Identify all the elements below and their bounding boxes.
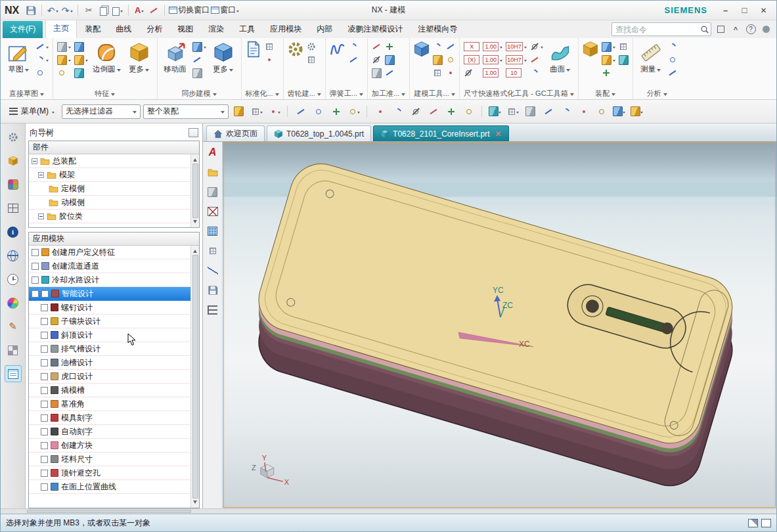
group-label-spring[interactable]: 弹簧工...	[326, 88, 367, 99]
snap-tangent-button[interactable]	[408, 104, 423, 120]
module-row-oil-groove[interactable]: 油槽设计	[29, 356, 190, 370]
spring-compress-button[interactable]	[348, 41, 359, 53]
view-cube-button[interactable]	[611, 104, 627, 120]
redo-button[interactable]	[60, 3, 74, 18]
group-label-machining[interactable]: 加工准...	[368, 88, 409, 99]
expander-icon[interactable]	[38, 172, 44, 178]
cut-button[interactable]	[82, 3, 95, 18]
command-finder-input[interactable]	[612, 25, 699, 34]
module-checkbox[interactable]	[41, 332, 48, 339]
sketch-circle-button[interactable]	[35, 67, 49, 79]
module-row-udf[interactable]: 创建用户定义特征	[29, 246, 190, 259]
assembly-navigator-icon[interactable]	[5, 152, 22, 169]
module-checkbox[interactable]	[41, 442, 48, 449]
snap-pole-button[interactable]	[426, 104, 441, 120]
user-status-icon[interactable]	[760, 24, 772, 35]
feature-more-button[interactable]: 更多	[125, 41, 154, 76]
face-prep-button[interactable]	[384, 54, 395, 66]
module-checkbox[interactable]	[41, 456, 48, 463]
module-checkbox[interactable]	[41, 483, 48, 491]
3d-scene[interactable]: YC ZC XC X Y Z	[223, 142, 776, 508]
scroll-up-icon[interactable]	[193, 248, 197, 253]
tab-mold-wizard[interactable]: 注塑模向导	[411, 21, 464, 38]
module-row-datum-corner[interactable]: 基准角	[29, 397, 190, 411]
close-view-icon[interactable]	[206, 204, 220, 219]
spring-extend-button[interactable]	[348, 54, 359, 66]
undo-button[interactable]	[46, 3, 59, 18]
search-icon[interactable]	[699, 24, 711, 35]
move-face-button[interactable]: 移动面	[161, 41, 190, 76]
slot-tool-button[interactable]	[445, 41, 456, 53]
dim-format-button-1[interactable]: 1.00	[482, 41, 503, 53]
mill-prep-button[interactable]	[371, 41, 382, 53]
move-component-button[interactable]	[601, 54, 616, 66]
tab-analysis[interactable]: 分析	[139, 21, 169, 38]
pull-face-button[interactable]	[192, 41, 207, 53]
switch-window-button[interactable]: 切换窗口	[169, 3, 210, 18]
part-row-plastic-group[interactable]: 胶位类	[29, 210, 190, 223]
mirror-body-button[interactable]	[432, 67, 443, 79]
drill-prep-button[interactable]	[371, 54, 382, 66]
hole-button[interactable]	[56, 67, 72, 79]
tab-welcome-page[interactable]: 欢迎页面	[206, 125, 265, 141]
group-label-assemblies[interactable]: 装配	[579, 88, 633, 99]
snap-point-button[interactable]	[372, 104, 388, 120]
maximize-button[interactable]	[736, 3, 753, 17]
snap-endpoint-button[interactable]	[293, 104, 308, 120]
paste-button[interactable]	[111, 3, 124, 18]
snap-intersection-button[interactable]	[328, 104, 344, 120]
slash-symbol-button[interactable]	[529, 54, 544, 66]
gear-modeling-icon[interactable]	[287, 41, 304, 58]
palette-tray-icon[interactable]	[206, 185, 220, 199]
sync-more-button[interactable]: 更多	[209, 41, 238, 76]
bounding-body-button[interactable]	[432, 54, 443, 66]
hscroll-thumb[interactable]	[27, 510, 191, 513]
module-checkbox[interactable]	[41, 401, 48, 408]
point-tool-button[interactable]	[576, 104, 591, 120]
history-icon[interactable]	[5, 271, 22, 288]
module-row-lifter[interactable]: 斜顶设计	[29, 328, 190, 342]
tab-lingpeng-mold[interactable]: 凌鹏注塑模设计	[340, 21, 410, 38]
edge-prep-button[interactable]	[384, 67, 395, 79]
panel-pin-button[interactable]	[189, 128, 198, 137]
section-analysis-button[interactable]	[667, 67, 678, 79]
assembly-constraints-button[interactable]	[601, 67, 616, 79]
save-view-icon[interactable]	[206, 283, 220, 298]
module-row-blank-size[interactable]: 坯料尺寸	[29, 453, 190, 466]
part-row-core-side[interactable]: 动模侧	[29, 196, 190, 210]
part-row-cavity-side[interactable]: 定模侧	[29, 182, 190, 196]
tab-home[interactable]: 主页	[45, 20, 77, 38]
curve-analysis-button[interactable]	[667, 41, 678, 53]
selection-filter-dropdown[interactable]: 无选择过滤器	[62, 104, 141, 119]
group-label-analysis[interactable]: 分析	[633, 88, 681, 99]
angle-symbol-button[interactable]	[529, 67, 544, 79]
offset-region-button[interactable]	[192, 54, 207, 66]
module-checkbox[interactable]	[41, 414, 48, 422]
expander-icon[interactable]	[38, 213, 44, 219]
tab-tools[interactable]: 工具	[232, 21, 262, 38]
wizard-tree-panel-icon[interactable]	[5, 365, 22, 382]
arc-tool-button[interactable]	[558, 104, 573, 120]
sketch-arc-button[interactable]	[35, 54, 49, 66]
module-row-cooling[interactable]: 冷却水路设计	[29, 273, 190, 287]
copy-button[interactable]	[97, 3, 110, 18]
spring-tool-icon[interactable]	[329, 41, 346, 58]
expand-status-icon[interactable]	[761, 519, 771, 527]
module-checkbox[interactable]	[41, 428, 48, 435]
edge-blend-button[interactable]: 边倒圆	[91, 41, 123, 76]
module-checkbox[interactable]	[32, 263, 39, 270]
module-row-pry-slot[interactable]: 撬模槽	[29, 384, 190, 397]
tab-file[interactable]: 文件(F)	[3, 21, 43, 38]
face-analysis-button[interactable]	[667, 54, 678, 66]
module-checkbox[interactable]	[41, 304, 48, 311]
snap-enable-button[interactable]	[231, 104, 246, 120]
module-row-screw[interactable]: 螺钉设计	[29, 301, 190, 315]
module-row-ejector-clearance[interactable]: 顶针避空孔	[29, 466, 190, 480]
window-menu-button[interactable]: 窗口	[211, 3, 239, 18]
assembly-icon[interactable]	[582, 41, 599, 58]
snap-center-button[interactable]	[346, 104, 361, 120]
tolerance-button-2[interactable]: 10H7	[505, 54, 527, 66]
layer-settings-button[interactable]	[629, 104, 644, 120]
wave-link-button[interactable]	[432, 41, 443, 53]
dim-ref-x-button[interactable]: (X)	[463, 54, 480, 66]
